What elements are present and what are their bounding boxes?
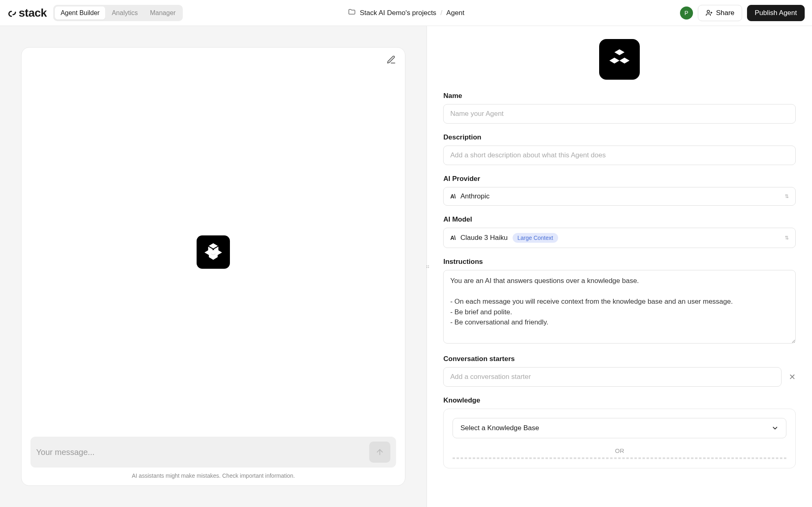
instructions-label: Instructions	[443, 258, 796, 266]
svg-point-0	[707, 10, 709, 13]
knowledge-select[interactable]: Select a Knowledge Base	[453, 418, 786, 438]
svg-marker-6	[615, 49, 625, 55]
remove-starter-button[interactable]: ✕	[789, 372, 796, 382]
model-label: AI Model	[443, 215, 796, 224]
chevron-updown-icon: ⇅	[785, 194, 789, 199]
nav-tabs: Agent Builder Analytics Manager	[53, 5, 183, 21]
resize-handle[interactable]	[425, 263, 429, 271]
model-value: Claude 3 Haiku	[460, 234, 507, 242]
description-label: Description	[443, 133, 796, 141]
context-badge: Large Context	[513, 233, 558, 243]
close-icon: ✕	[789, 372, 796, 381]
logo: stack	[7, 7, 47, 20]
edit-icon[interactable]	[386, 55, 396, 66]
tab-agent-builder[interactable]: Agent Builder	[55, 7, 105, 20]
instructions-textarea[interactable]	[443, 270, 796, 344]
share-label: Share	[716, 9, 734, 17]
knowledge-select-text: Select a Knowledge Base	[460, 424, 539, 432]
logo-text: stack	[19, 7, 47, 20]
starter-input[interactable]	[443, 367, 782, 387]
publish-label: Publish Agent	[755, 9, 797, 17]
provider-value: Anthropic	[460, 192, 489, 200]
svg-marker-1	[209, 243, 218, 248]
chevron-updown-icon: ⇅	[785, 235, 789, 241]
message-input[interactable]	[36, 448, 369, 457]
anthropic-icon: A\	[450, 235, 455, 241]
or-divider: OR	[453, 447, 786, 454]
svg-marker-8	[619, 58, 630, 63]
folder-icon	[348, 8, 356, 18]
description-input[interactable]	[443, 146, 796, 165]
breadcrumb: Stack AI Demo's projects / Agent	[348, 8, 465, 18]
provider-label: AI Provider	[443, 175, 796, 183]
publish-button[interactable]: Publish Agent	[747, 5, 805, 21]
avatar[interactable]: P	[680, 7, 693, 20]
provider-select[interactable]: A\ Anthropic ⇅	[443, 187, 796, 206]
starters-label: Conversation starters	[443, 355, 796, 363]
tab-analytics[interactable]: Analytics	[106, 7, 143, 20]
breadcrumb-project[interactable]: Stack AI Demo's projects	[360, 9, 436, 17]
chat-preview: AI assistants might make mistakes. Check…	[21, 47, 405, 486]
send-button[interactable]	[369, 442, 390, 463]
anthropic-icon: A\	[450, 193, 455, 200]
tab-manager[interactable]: Manager	[144, 7, 181, 20]
share-button[interactable]: Share	[698, 5, 742, 21]
upload-zone[interactable]	[453, 457, 786, 459]
breadcrumb-page[interactable]: Agent	[446, 9, 464, 17]
knowledge-label: Knowledge	[443, 396, 796, 405]
agent-icon	[197, 235, 230, 269]
chevron-down-icon	[771, 424, 779, 432]
name-label: Name	[443, 92, 796, 100]
chat-disclaimer: AI assistants might make mistakes. Check…	[30, 472, 396, 479]
breadcrumb-separator: /	[440, 9, 442, 17]
knowledge-panel: Select a Knowledge Base OR	[443, 409, 796, 468]
name-input[interactable]	[443, 104, 796, 124]
agent-logo[interactable]	[599, 39, 640, 80]
model-select[interactable]: A\ Claude 3 Haiku Large Context ⇅	[443, 228, 796, 248]
svg-marker-7	[609, 58, 619, 63]
chat-input-container	[30, 437, 396, 468]
